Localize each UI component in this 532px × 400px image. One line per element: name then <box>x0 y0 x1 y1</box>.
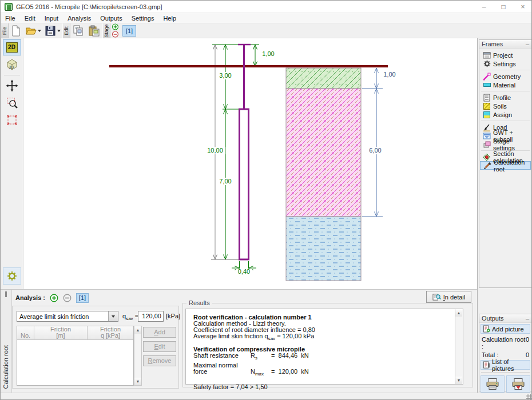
close-button[interactable]: × <box>513 1 532 13</box>
results-nmax-line: Maximal normal forceNmax= 120,00 kN <box>193 362 452 377</box>
outputs-panel: Outputs – Add picture Calculation root :… <box>479 314 532 391</box>
menubar: File Edit Input Analysis Outputs Setting… <box>1 13 532 23</box>
dim-free-length: 3,00 <box>219 72 231 79</box>
scroll-down-arrow[interactable]: ▼ <box>455 377 462 384</box>
add-stage-button[interactable] <box>112 23 119 30</box>
stage-tab-1[interactable]: [1] <box>122 25 136 37</box>
print-preview-button[interactable] <box>506 375 530 393</box>
qsav-unit: [kPa] <box>166 313 180 319</box>
minimize-button[interactable]: – <box>474 1 494 13</box>
new-file-button[interactable] <box>9 23 23 38</box>
calculation-root-icon <box>483 162 491 170</box>
frame-item-assign[interactable]: Assign <box>480 110 531 119</box>
analysis-tab-1[interactable]: [1] <box>76 293 89 303</box>
splitter-handle[interactable] <box>5 291 7 297</box>
frame-item-soils[interactable]: Soils <box>480 102 531 110</box>
right-sidebar: Frames – Project Settings Geometry <box>477 38 532 393</box>
add-picture-button[interactable]: Add picture <box>481 324 530 334</box>
menu-analysis[interactable]: Analysis <box>63 13 96 23</box>
open-dropdown-caret[interactable] <box>38 30 41 32</box>
dim-layer2-thickness: 6,00 <box>369 147 381 154</box>
menu-help[interactable]: Help <box>158 13 181 23</box>
scroll-up-arrow[interactable]: ▲ <box>134 326 141 334</box>
remove-stage-button[interactable] <box>112 31 119 38</box>
main-toolbar: File Edit Stage [1] <box>1 23 532 38</box>
frame-item-calculation-root[interactable]: Calculation root <box>480 161 531 170</box>
settings-gear-icon <box>483 60 491 68</box>
total-count: 0 <box>526 351 529 358</box>
menu-file[interactable]: File <box>1 13 20 23</box>
move-arrows-icon <box>6 79 18 92</box>
print-button[interactable] <box>481 375 505 393</box>
resize-grip[interactable] <box>526 394 531 399</box>
friction-table-scrollbar[interactable]: ▲ ▼ <box>134 326 142 386</box>
2d-icon: 2D <box>6 42 18 53</box>
frames-collapse-button[interactable]: – <box>526 41 529 47</box>
svg-text:3D: 3D <box>9 65 14 69</box>
calculation-root-count: 0 <box>526 336 529 350</box>
friction-table: No. Friction[m] Frictionq [kPa] <box>17 326 134 386</box>
friction-method-dropdown[interactable]: Average limit skin friction <box>17 311 118 322</box>
chevron-down-icon <box>112 315 115 318</box>
frames-separator <box>481 70 530 70</box>
profile-icon <box>483 94 491 102</box>
frame-item-stage-settings[interactable]: Stage settings <box>480 140 531 149</box>
menu-edit[interactable]: Edit <box>20 13 40 23</box>
toolbar-group-file: File <box>1 23 9 38</box>
frame-item-project[interactable]: Project <box>480 51 531 59</box>
qsav-input[interactable]: 120,00 <box>138 311 164 322</box>
remove-analysis-button[interactable] <box>63 294 72 302</box>
drawing-settings-button[interactable] <box>3 267 21 285</box>
friction-table-body[interactable] <box>17 340 133 385</box>
outputs-collapse-button[interactable]: – <box>526 315 529 321</box>
copy-icon <box>72 25 85 37</box>
save-dropdown-caret[interactable] <box>57 30 61 32</box>
in-detail-button[interactable]: In detail <box>426 291 471 303</box>
copy-picture-button[interactable] <box>70 23 86 38</box>
frame-item-settings[interactable]: Settings <box>480 59 531 68</box>
scroll-up-arrow[interactable]: ▲ <box>455 309 462 317</box>
titlebar: GEO5 2016 - Micropile [C:\Micropile\scre… <box>1 1 532 13</box>
results-scrollbar[interactable]: ▲ ▼ <box>455 309 463 384</box>
scroll-down-arrow[interactable]: ▼ <box>134 378 141 385</box>
printer-icon <box>485 378 500 390</box>
list-of-pictures-icon <box>483 361 490 369</box>
fit-view-button[interactable] <box>3 112 21 128</box>
results-text: Root verification - calculation number 1… <box>193 314 452 400</box>
add-analysis-button[interactable] <box>50 294 58 302</box>
outputs-panel-title: Outputs <box>482 315 504 322</box>
save-file-button[interactable] <box>43 23 62 38</box>
frame-item-geometry[interactable]: Geometry <box>480 72 531 81</box>
frame-item-profile[interactable]: Profile <box>480 93 531 102</box>
menu-input[interactable]: Input <box>40 13 63 23</box>
dropdown-button[interactable] <box>108 311 118 321</box>
menu-outputs[interactable]: Outputs <box>96 13 127 23</box>
open-file-button[interactable] <box>23 23 43 38</box>
micropile <box>238 45 251 259</box>
fit-extents-icon <box>6 114 18 126</box>
zoom-window-button[interactable] <box>3 95 21 111</box>
list-of-pictures-button[interactable]: List of pictures <box>481 360 530 370</box>
results-friction-line: Average limit skin friction qsav = 120,0… <box>193 333 452 342</box>
gear-icon <box>7 271 17 281</box>
3d-cube-icon: 3D <box>5 58 19 71</box>
menu-settings[interactable]: Settings <box>127 13 159 23</box>
results-title: Results <box>186 299 212 306</box>
maximize-button[interactable]: □ <box>494 1 513 13</box>
remove-button[interactable]: Remove <box>143 355 176 366</box>
add-picture-icon <box>483 325 490 333</box>
stage-settings-icon <box>483 141 491 149</box>
view-2d-button[interactable]: 2D <box>3 39 21 55</box>
drawing-area[interactable]: 10,00 3,00 7,00 1,00 0,40 <box>23 38 477 289</box>
frames-panel: Frames – Project Settings Geometry <box>479 39 532 288</box>
save-floppy-icon <box>45 25 56 37</box>
edit-button[interactable]: Edit <box>143 341 176 352</box>
view-3d-button[interactable]: 3D <box>3 57 21 73</box>
add-button[interactable]: Add <box>143 327 176 338</box>
paste-button[interactable] <box>86 23 102 38</box>
section-calculation-icon <box>483 153 491 161</box>
calculation-root-count-row: Calculation root : 0 <box>479 335 531 350</box>
pan-tool-button[interactable] <box>3 78 21 94</box>
frame-item-material[interactable]: Material <box>480 81 531 89</box>
frames-separator <box>481 91 530 91</box>
